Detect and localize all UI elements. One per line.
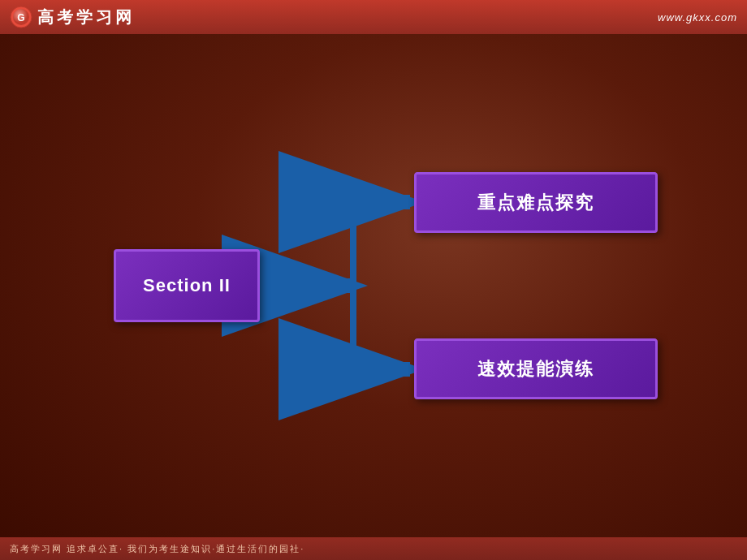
main-content: Section II 重点难点探究 速效提能演练 [0, 34, 747, 537]
section-box[interactable]: Section II [114, 249, 260, 322]
top-box-label: 重点难点探究 [477, 191, 594, 215]
section-label: Section II [143, 275, 231, 296]
diagram-container: Section II 重点难点探究 速效提能演练 [65, 140, 682, 432]
svg-text:G: G [17, 12, 24, 24]
footer-text: 高考学习网 追求卓公直· 我们为考生途知识·通过生活们的园社· [10, 543, 304, 555]
footer-bar: 高考学习网 追求卓公直· 我们为考生途知识·通过生活们的园社· [0, 537, 747, 560]
header-logo: G 高考学习网 [10, 6, 135, 28]
header-url: www.gkxx.com [658, 11, 737, 24]
bottom-box[interactable]: 速效提能演练 [414, 338, 658, 399]
logo-text: 高考学习网 [37, 6, 135, 28]
bottom-box-label: 速效提能演练 [477, 357, 594, 381]
top-box[interactable]: 重点难点探究 [414, 172, 658, 233]
logo-icon: G [10, 6, 32, 28]
header-bar: G 高考学习网 www.gkxx.com [0, 0, 747, 34]
page-wrapper: G 高考学习网 www.gkxx.com [0, 0, 747, 560]
